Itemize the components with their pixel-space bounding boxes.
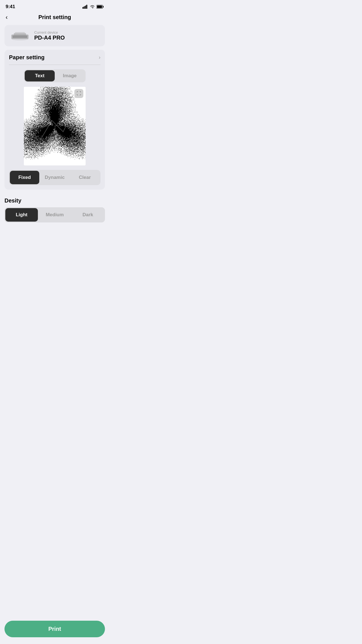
preview-image: ⛶ <box>24 87 86 165</box>
main-card: Paper setting › Text Image ⛶ Fixed Dynam… <box>4 50 105 190</box>
tab-dynamic[interactable]: Dynamic <box>40 171 69 184</box>
tab-text[interactable]: Text <box>25 70 55 81</box>
device-name: PD-A4 PRO <box>34 35 65 41</box>
svg-rect-2 <box>85 6 86 9</box>
device-card: Current device PD-A4 PRO <box>4 25 105 46</box>
status-icons <box>83 5 104 9</box>
svg-rect-6 <box>97 6 102 8</box>
density-tabs: Light Medium Dark <box>4 207 105 222</box>
svg-rect-3 <box>86 5 88 9</box>
status-bar: 9:41 <box>0 0 109 12</box>
tab-clear[interactable]: Clear <box>70 171 100 184</box>
svg-rect-5 <box>103 6 104 8</box>
svg-rect-10 <box>15 32 25 34</box>
mode-tabs: Fixed Dynamic Clear <box>9 170 100 185</box>
paper-setting-row[interactable]: Paper setting › <box>9 54 100 61</box>
preview-container: ⛶ <box>9 87 100 165</box>
density-section: Desity Light Medium Dark <box>4 193 105 222</box>
status-time: 9:41 <box>6 4 15 10</box>
svg-rect-1 <box>84 6 85 9</box>
device-info: Current device PD-A4 PRO <box>34 30 65 41</box>
battery-icon <box>97 5 104 9</box>
device-label: Current device <box>34 30 65 35</box>
wifi-icon <box>90 5 95 9</box>
preview-canvas <box>24 87 86 165</box>
nav-header: ‹ Print setting <box>0 12 109 25</box>
svg-rect-0 <box>83 7 84 9</box>
chevron-right-icon: › <box>99 54 100 60</box>
printer-icon <box>10 30 30 41</box>
svg-point-11 <box>11 38 28 41</box>
paper-setting-label: Paper setting <box>9 54 45 61</box>
expand-button[interactable]: ⛶ <box>74 89 83 98</box>
signal-icon <box>83 5 88 9</box>
tab-light[interactable]: Light <box>5 208 38 222</box>
tab-image[interactable]: Image <box>55 70 85 81</box>
tab-dark[interactable]: Dark <box>72 208 104 222</box>
tab-fixed[interactable]: Fixed <box>10 171 39 184</box>
density-label: Desity <box>4 197 105 204</box>
text-image-toggle: Text Image <box>24 69 86 82</box>
page-title: Print setting <box>38 14 71 21</box>
expand-icon: ⛶ <box>77 91 81 96</box>
divider <box>9 65 100 65</box>
back-button[interactable]: ‹ <box>6 14 8 21</box>
tab-medium[interactable]: Medium <box>38 208 71 222</box>
